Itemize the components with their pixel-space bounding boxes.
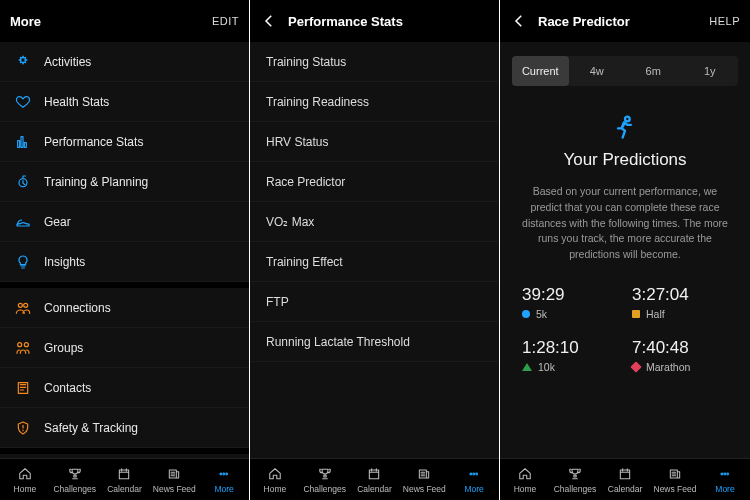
- header-predictor: Race Predictor HELP: [500, 0, 750, 42]
- list-item[interactable]: Training Effect: [250, 242, 499, 282]
- back-button[interactable]: [510, 12, 538, 30]
- list-item[interactable]: HRV Status: [250, 122, 499, 162]
- time-range-segmented: Current4w6m1y: [512, 56, 738, 86]
- tab-label: Challenges: [554, 484, 597, 494]
- tab-label: More: [214, 484, 233, 494]
- home-icon: [267, 466, 283, 482]
- list-item[interactable]: Training Status: [250, 42, 499, 82]
- menu-group-social: ConnectionsGroupsContactsSafety & Tracki…: [0, 288, 249, 454]
- tab-challenges[interactable]: Challenges: [50, 459, 100, 500]
- prediction-label: Half: [632, 308, 728, 320]
- menu-item[interactable]: Contacts: [0, 368, 249, 408]
- trophy-icon: [67, 466, 83, 482]
- help-button[interactable]: HELP: [709, 15, 740, 27]
- dots-icon: [216, 466, 232, 482]
- calendar-icon: [617, 466, 633, 482]
- dots-icon: [717, 466, 733, 482]
- trophy-icon: [567, 466, 583, 482]
- trophy-icon: [317, 466, 333, 482]
- list-item[interactable]: Running Lactate Threshold: [250, 322, 499, 362]
- prediction-label: 10k: [522, 361, 618, 373]
- tab-bar: HomeChallengesCalendarNews FeedMore: [0, 458, 249, 500]
- segment-6m[interactable]: 6m: [625, 56, 682, 86]
- menu-item[interactable]: Health Stats: [0, 82, 249, 122]
- menu-item-label: Groups: [44, 341, 83, 355]
- page-title: Performance Stats: [288, 14, 403, 29]
- contacts-icon: [14, 379, 32, 397]
- page-title: Race Predictor: [538, 14, 630, 29]
- menu-item[interactable]: Activities: [0, 42, 249, 82]
- prediction-half: 3:27:04Half: [632, 285, 728, 320]
- safety-icon: [14, 419, 32, 437]
- predictions-grid: 39:295k3:27:04Half1:28:1010k7:40:48Marat…: [500, 281, 750, 373]
- list-item[interactable]: FTP: [250, 282, 499, 322]
- prediction-time: 7:40:48: [632, 338, 728, 358]
- list-item[interactable]: Race Predictor: [250, 162, 499, 202]
- segment-4w[interactable]: 4w: [569, 56, 626, 86]
- tab-label: Home: [514, 484, 537, 494]
- menu-item-label: Activities: [44, 55, 91, 69]
- tab-home[interactable]: Home: [250, 459, 300, 500]
- bulb-icon: [14, 253, 32, 271]
- menu-item[interactable]: Groups: [0, 328, 249, 368]
- menu-item-label: Contacts: [44, 381, 91, 395]
- tab-news-feed[interactable]: News Feed: [650, 459, 700, 500]
- home-icon: [17, 466, 33, 482]
- menu-item[interactable]: Connections: [0, 288, 249, 328]
- menu-item[interactable]: Insights: [0, 242, 249, 282]
- menu-item-label: Performance Stats: [44, 135, 143, 149]
- menu-item-label: Safety & Tracking: [44, 421, 138, 435]
- menu-item-label: Training & Planning: [44, 175, 148, 189]
- stopwatch-icon: [14, 173, 32, 191]
- home-icon: [517, 466, 533, 482]
- group-icon: [14, 339, 32, 357]
- tab-challenges[interactable]: Challenges: [550, 459, 600, 500]
- tab-home[interactable]: Home: [0, 459, 50, 500]
- phone-more: More EDIT ActivitiesHealth StatsPerforma…: [0, 0, 250, 500]
- edit-button[interactable]: EDIT: [212, 15, 239, 27]
- back-button[interactable]: [260, 12, 288, 30]
- phone-performance-stats: Performance Stats Training StatusTrainin…: [250, 0, 500, 500]
- news-icon: [416, 466, 432, 482]
- tab-label: Challenges: [53, 484, 96, 494]
- prediction-label: 5k: [522, 308, 618, 320]
- perf-list: Training StatusTraining ReadinessHRV Sta…: [250, 42, 499, 458]
- menu-item[interactable]: Safety & Tracking: [0, 408, 249, 448]
- tab-label: More: [715, 484, 734, 494]
- tab-calendar[interactable]: Calendar: [100, 459, 150, 500]
- tab-more[interactable]: More: [199, 459, 249, 500]
- tab-challenges[interactable]: Challenges: [300, 459, 350, 500]
- calendar-icon: [366, 466, 382, 482]
- list-item[interactable]: Training Readiness: [250, 82, 499, 122]
- menu-item[interactable]: Training & Planning: [0, 162, 249, 202]
- dots-icon: [466, 466, 482, 482]
- three-phone-layout: More EDIT ActivitiesHealth StatsPerforma…: [0, 0, 750, 500]
- tab-more[interactable]: More: [449, 459, 499, 500]
- tab-bar: HomeChallengesCalendarNews FeedMore: [250, 458, 499, 500]
- tab-news-feed[interactable]: News Feed: [149, 459, 199, 500]
- tab-label: News Feed: [403, 484, 446, 494]
- header-perf: Performance Stats: [250, 0, 499, 42]
- menu-item[interactable]: Performance Stats: [0, 122, 249, 162]
- tab-news-feed[interactable]: News Feed: [399, 459, 449, 500]
- menu-item[interactable]: Gear: [0, 202, 249, 242]
- segment-1y[interactable]: 1y: [682, 56, 739, 86]
- tab-calendar[interactable]: Calendar: [350, 459, 400, 500]
- page-title: More: [10, 14, 41, 29]
- segment-current[interactable]: Current: [512, 56, 569, 86]
- header-more: More EDIT: [0, 0, 249, 42]
- runner-icon: [500, 112, 750, 140]
- prediction-time: 39:29: [522, 285, 618, 305]
- tab-more[interactable]: More: [700, 459, 750, 500]
- menu-item-label: Insights: [44, 255, 85, 269]
- heart-icon: [14, 93, 32, 111]
- tab-home[interactable]: Home: [500, 459, 550, 500]
- people-icon: [14, 299, 32, 317]
- tab-label: More: [464, 484, 483, 494]
- tab-label: Calendar: [357, 484, 392, 494]
- list-item[interactable]: VO₂ Max: [250, 202, 499, 242]
- prediction-time: 1:28:10: [522, 338, 618, 358]
- tab-calendar[interactable]: Calendar: [600, 459, 650, 500]
- tab-label: Calendar: [107, 484, 142, 494]
- news-icon: [166, 466, 182, 482]
